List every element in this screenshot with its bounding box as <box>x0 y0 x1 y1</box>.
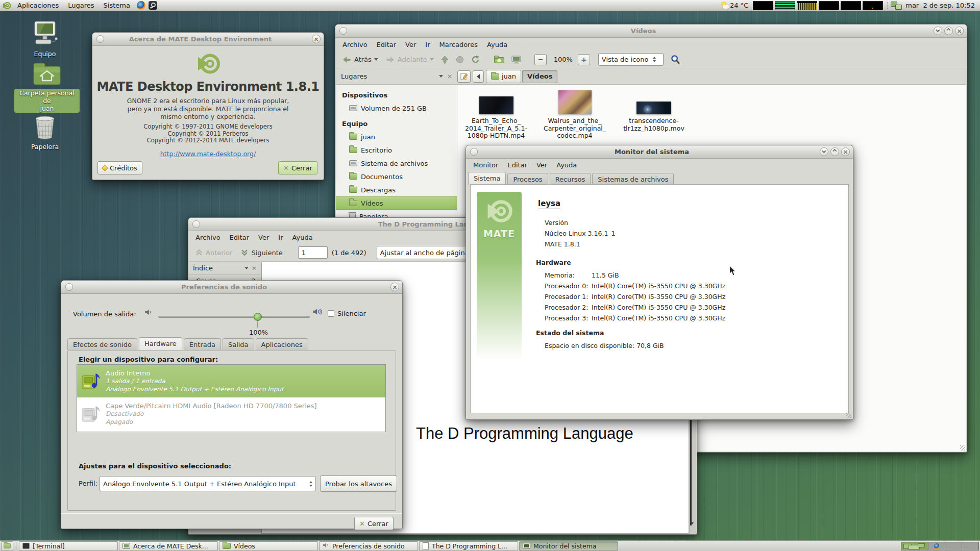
workspace-1[interactable] <box>901 542 928 550</box>
menu-sistema[interactable]: Sistema <box>99 0 135 11</box>
volume-slider-knob[interactable] <box>254 313 262 321</box>
clock-applet[interactable]: mar 2 de sep, 10:52 <box>905 2 978 9</box>
file-item[interactable]: transcendence-tlr1zz_h1080p.mov <box>618 89 690 132</box>
menu-ver[interactable]: Ver <box>254 234 274 241</box>
menu-marcadores[interactable]: Marcadores <box>435 41 482 48</box>
workspace-3[interactable] <box>945 542 962 550</box>
firefox-launcher-icon[interactable] <box>137 1 145 10</box>
window-menu-button[interactable] <box>339 27 347 35</box>
desktop-icon-trash[interactable]: Papelera <box>12 115 78 151</box>
menu-aplicaciones[interactable]: Aplicaciones <box>13 0 63 11</box>
task-videos[interactable]: Vídeos <box>219 541 318 551</box>
net-monitor-applet[interactable] <box>819 1 839 10</box>
mate-menu-icon[interactable] <box>2 1 11 10</box>
minimize-button[interactable] <box>820 147 828 156</box>
task-terminal[interactable]: [Terminal] <box>19 541 118 551</box>
previous-page-button[interactable]: Anterior <box>193 247 234 258</box>
tab-recursos[interactable]: Recursos <box>550 173 591 185</box>
workspace-4[interactable] <box>962 542 978 550</box>
sidebar-item-volume[interactable]: Volumen de 251 GB <box>336 102 457 115</box>
tab-procesos[interactable]: Procesos <box>507 173 548 185</box>
sidebar-item-home[interactable]: juan <box>336 130 457 143</box>
website-link[interactable]: http://www.mate-desktop.org/ <box>160 150 256 158</box>
view-mode-select[interactable]: Vista de icono <box>598 53 664 66</box>
menu-ver[interactable]: Ver <box>532 161 552 169</box>
workspace-2[interactable] <box>928 542 945 550</box>
sidebar-item-documents[interactable]: Documentos <box>336 170 457 183</box>
file-item[interactable]: Walrus_and_the_Carpenter_original_codec.… <box>539 89 610 140</box>
close-button[interactable]: × <box>312 35 321 43</box>
titlebar[interactable]: Preferencias de sonido × <box>61 281 402 294</box>
task-sound-preferences[interactable]: Preferencias de sonido <box>319 541 418 551</box>
tab-efectos[interactable]: Efectos de sonido <box>67 338 137 350</box>
close-sidebar-icon[interactable]: ✕ <box>447 73 452 80</box>
tab-aplicaciones[interactable]: Aplicaciones <box>256 338 308 350</box>
zoom-in-button[interactable]: + <box>578 54 590 65</box>
minimize-button[interactable] <box>934 27 942 35</box>
menu-monitor[interactable]: Monitor <box>469 161 503 169</box>
titlebar[interactable]: Acerca de MATE Desktop Environment × <box>92 33 324 46</box>
stop-button[interactable] <box>454 54 466 65</box>
computer-button[interactable] <box>509 54 523 65</box>
tab-hardware[interactable]: Hardware <box>139 337 182 350</box>
chevron-down-icon[interactable] <box>439 75 443 78</box>
maximize-button[interactable] <box>944 27 953 35</box>
zoom-out-button[interactable] <box>534 54 547 65</box>
sidebar-mode-select[interactable]: Índice ✕ <box>189 262 261 275</box>
show-desktop-button[interactable] <box>1 541 13 551</box>
close-button[interactable]: × <box>841 147 850 156</box>
menu-ayuda[interactable]: Ayuda <box>482 41 512 48</box>
window-menu-button[interactable] <box>470 148 478 156</box>
steam-launcher-icon[interactable] <box>149 1 157 10</box>
task-document-viewer[interactable]: The D Programming L... <box>419 541 518 551</box>
load-monitor-applet[interactable] <box>863 1 883 10</box>
tab-sistemas-archivos[interactable]: Sistemas de archivos <box>592 173 674 185</box>
menu-ir[interactable]: Ir <box>421 41 434 48</box>
sidebar-item-filesystem[interactable]: Sistema de archivos <box>336 157 457 170</box>
desktop-icon-home-folder[interactable]: Carpeta personal de juan <box>14 62 80 113</box>
back-button[interactable]: Atrás <box>340 54 380 65</box>
test-speakers-button[interactable]: Probar los altavoces <box>320 475 397 492</box>
device-row-selected[interactable]: Audio Interno 1 salida / 1 entrada Análo… <box>77 365 385 397</box>
sidebar-item-downloads[interactable]: Descargas <box>336 183 457 196</box>
up-button[interactable] <box>439 54 451 65</box>
tab-salida[interactable]: Salida <box>223 338 254 350</box>
menu-archivo[interactable]: Archivo <box>191 234 225 241</box>
scroll-path-left-button[interactable] <box>473 70 484 83</box>
menu-ayuda[interactable]: Ayuda <box>288 234 317 241</box>
close-dialog-button[interactable]: ✕ Cerrar <box>354 517 394 530</box>
credits-button[interactable]: Créditos <box>97 161 142 174</box>
menu-ir[interactable]: Ir <box>274 234 287 241</box>
window-menu-button[interactable] <box>192 220 200 228</box>
resize-grip[interactable] <box>846 413 851 418</box>
swap-monitor-applet[interactable] <box>841 1 861 10</box>
page-number-input[interactable] <box>298 246 328 259</box>
desktop-icon-equipo[interactable]: Equipo <box>12 20 78 58</box>
sidebar-item-desktop[interactable]: Escritorio <box>336 143 457 157</box>
device-row-disabled[interactable]: Cape Verde/Pitcairn HDMI Audio [Radeon H… <box>77 397 385 430</box>
scroll-down-icon[interactable] <box>691 524 694 532</box>
menu-ver[interactable]: Ver <box>401 41 421 48</box>
close-button[interactable]: × <box>390 283 399 291</box>
weather-temperature[interactable]: 24 °C <box>729 2 751 9</box>
reload-button[interactable] <box>469 54 482 65</box>
menu-archivo[interactable]: Archivo <box>338 41 372 48</box>
maximize-button[interactable] <box>830 147 839 156</box>
breadcrumb-parent[interactable]: juan <box>486 70 521 83</box>
edit-location-button[interactable] <box>457 70 471 83</box>
close-about-button[interactable]: ✕ Cerrar <box>278 161 317 174</box>
task-about-mate[interactable]: Acerca de MATE Desk... <box>119 541 218 551</box>
titlebar[interactable]: Monitor del sistema × <box>466 145 853 159</box>
weather-icon[interactable] <box>721 2 729 9</box>
memory-monitor-applet[interactable] <box>775 1 795 10</box>
window-menu-button[interactable] <box>96 35 104 43</box>
menu-editar[interactable]: Editar <box>503 161 532 169</box>
zoom-mode-select[interactable]: Ajustar al ancho de página <box>377 246 480 259</box>
window-menu-button[interactable] <box>65 283 73 291</box>
menu-editar[interactable]: Editar <box>372 41 401 48</box>
sidebar-item-videos[interactable]: Vídeos <box>336 196 457 210</box>
search-button[interactable] <box>669 53 682 66</box>
next-page-button[interactable]: Siguiente <box>238 247 284 258</box>
cpu-monitor-applet[interactable] <box>753 1 773 10</box>
menu-lugares[interactable]: Lugares <box>63 0 99 11</box>
